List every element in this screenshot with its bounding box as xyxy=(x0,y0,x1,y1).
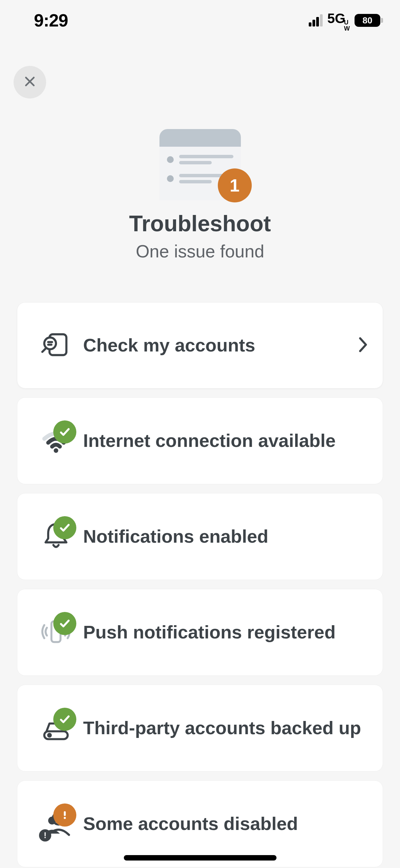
svg-point-7 xyxy=(54,448,58,453)
close-button[interactable] xyxy=(14,66,46,98)
network-label: 5GUW xyxy=(327,11,350,30)
troubleshoot-list: Check my accounts Internet connection av… xyxy=(0,302,400,867)
alert-sub-icon: ! xyxy=(39,829,51,842)
chevron-right-icon xyxy=(358,337,368,354)
svg-line-6 xyxy=(42,349,46,352)
item-check-accounts[interactable]: Check my accounts xyxy=(17,302,383,388)
check-badge-icon xyxy=(53,420,76,444)
hero-section: 1 Troubleshoot One issue found xyxy=(0,129,400,261)
hero-illustration: 1 xyxy=(159,129,241,200)
item-label: Push notifications registered xyxy=(83,621,368,644)
accounts-search-icon xyxy=(40,329,72,362)
item-label: Internet connection available xyxy=(83,430,368,452)
item-label: Notifications enabled xyxy=(83,525,368,548)
check-badge-icon xyxy=(53,516,76,539)
check-badge-icon xyxy=(53,612,76,635)
status-bar: 9:29 5GUW 80 xyxy=(0,0,400,41)
close-icon xyxy=(23,75,37,90)
battery-icon: 80 xyxy=(355,14,383,27)
item-label: Check my accounts xyxy=(83,334,358,357)
status-time: 9:29 xyxy=(34,10,68,31)
home-indicator[interactable] xyxy=(124,855,277,861)
cellular-signal-icon xyxy=(309,14,323,26)
status-indicators: 5GUW 80 xyxy=(309,11,383,30)
page-title: Troubleshoot xyxy=(129,211,271,236)
svg-point-3 xyxy=(44,338,56,349)
page-subtitle: One issue found xyxy=(136,241,264,261)
item-notifications[interactable]: Notifications enabled xyxy=(17,493,383,580)
check-badge-icon xyxy=(53,708,76,731)
item-accounts-disabled[interactable]: ! Some accounts disabled xyxy=(17,780,383,867)
item-label: Third-party accounts backed up xyxy=(83,717,368,739)
svg-point-10 xyxy=(48,734,51,737)
svg-point-13 xyxy=(64,817,66,819)
issue-count-badge: 1 xyxy=(218,168,252,202)
item-internet[interactable]: Internet connection available xyxy=(17,397,383,484)
item-push-notifications[interactable]: Push notifications registered xyxy=(17,589,383,676)
warning-badge-icon xyxy=(53,803,76,827)
item-label: Some accounts disabled xyxy=(83,813,368,835)
item-third-party[interactable]: Third-party accounts backed up xyxy=(17,685,383,772)
svg-rect-14 xyxy=(64,811,66,816)
